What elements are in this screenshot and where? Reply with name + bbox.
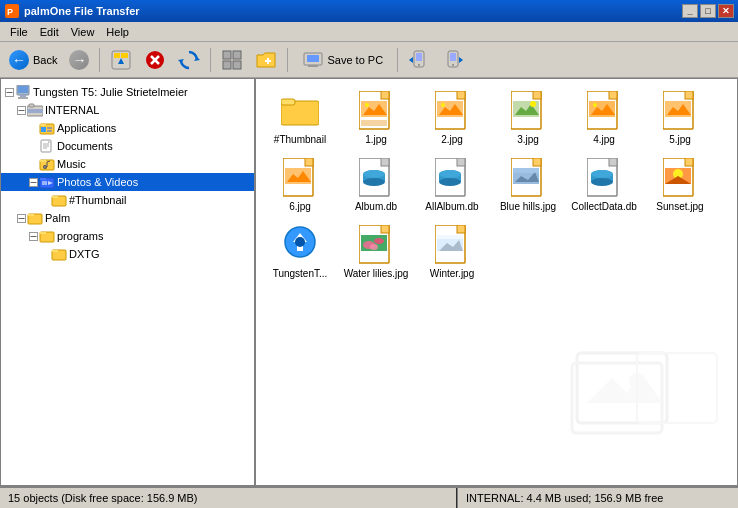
svg-point-93 bbox=[441, 103, 445, 107]
tree-applications[interactable]: Applications bbox=[1, 119, 254, 137]
jpg-icon-waterlilies bbox=[356, 225, 396, 265]
svg-rect-135 bbox=[513, 168, 539, 173]
tree-programs-label: programs bbox=[57, 230, 103, 242]
svg-rect-12 bbox=[223, 51, 231, 59]
file-6jpg[interactable]: 6.jpg bbox=[264, 154, 336, 217]
svg-rect-22 bbox=[416, 53, 422, 61]
device-button1[interactable] bbox=[403, 46, 435, 74]
upload-button[interactable] bbox=[105, 46, 137, 74]
svg-rect-15 bbox=[233, 61, 241, 69]
expand-root bbox=[3, 86, 15, 98]
expand-thumbnail bbox=[39, 194, 51, 206]
svg-point-77 bbox=[629, 373, 645, 389]
status-bar: 15 objects (Disk free space: 156.9 MB) I… bbox=[0, 486, 738, 508]
svg-point-128 bbox=[439, 178, 461, 186]
tree-documents[interactable]: Documents bbox=[1, 137, 254, 155]
file-waterlilies[interactable]: Water lilies.jpg bbox=[340, 221, 412, 284]
back-button[interactable]: ← Back bbox=[4, 46, 62, 74]
app-icon: P bbox=[4, 3, 20, 19]
window-controls[interactable]: _ □ ✕ bbox=[682, 4, 734, 18]
save-to-pc-button[interactable]: Save to PC bbox=[293, 46, 392, 74]
tree-palm[interactable]: Palm bbox=[1, 209, 254, 227]
tree-root[interactable]: Tungsten T5: Julie Strietelmeier bbox=[1, 83, 254, 101]
close-button[interactable]: ✕ bbox=[718, 4, 734, 18]
svg-point-129 bbox=[439, 170, 461, 178]
save-to-pc-icon bbox=[302, 49, 324, 71]
file-thumbnail[interactable]: #Thumbnail bbox=[264, 87, 336, 150]
jpg-icon-6 bbox=[280, 158, 320, 198]
device-button2[interactable] bbox=[437, 46, 469, 74]
tree-thumbnail[interactable]: #Thumbnail bbox=[1, 191, 254, 209]
tree-dxtg[interactable]: DXTG bbox=[1, 245, 254, 263]
new-folder-button[interactable] bbox=[250, 46, 282, 74]
title-bar: P palmOne File Transfer _ □ ✕ bbox=[0, 0, 738, 22]
status-left: 15 objects (Disk free space: 156.9 MB) bbox=[0, 488, 458, 508]
svg-marker-10 bbox=[194, 57, 200, 61]
status-objects: 15 objects (Disk free space: 156.9 MB) bbox=[8, 492, 198, 504]
cancel-icon bbox=[144, 49, 166, 71]
photos-videos-icon bbox=[39, 174, 55, 190]
documents-icon bbox=[39, 138, 55, 154]
expand-photos[interactable] bbox=[27, 176, 39, 188]
expand-music bbox=[27, 158, 39, 170]
menu-view[interactable]: View bbox=[65, 24, 101, 40]
tree-programs[interactable]: programs bbox=[1, 227, 254, 245]
upload-icon bbox=[110, 49, 132, 71]
menu-edit[interactable]: Edit bbox=[34, 24, 65, 40]
svg-point-23 bbox=[418, 64, 420, 66]
svg-rect-113 bbox=[305, 158, 313, 166]
jpg-icon-1 bbox=[356, 91, 396, 131]
file-sunsetjpg[interactable]: Sunset.jpg bbox=[644, 154, 716, 217]
file-3jpg[interactable]: 3.jpg bbox=[492, 87, 564, 150]
db-icon-2 bbox=[432, 158, 472, 198]
file-1jpg[interactable]: 1.jpg bbox=[340, 87, 412, 150]
view-button[interactable] bbox=[216, 46, 248, 74]
file-label: AllAlbum.db bbox=[425, 201, 478, 213]
file-tungstent[interactable]: TungstenT... bbox=[264, 221, 336, 284]
tree-documents-label: Documents bbox=[57, 140, 113, 152]
forward-icon: → bbox=[69, 50, 89, 70]
refresh-button[interactable] bbox=[173, 46, 205, 74]
expand-programs[interactable] bbox=[27, 230, 39, 242]
svg-rect-14 bbox=[223, 61, 231, 69]
file-albumdb[interactable]: Album.db bbox=[340, 154, 412, 217]
svg-point-99 bbox=[530, 101, 536, 107]
svg-rect-26 bbox=[450, 53, 456, 61]
cancel-button[interactable] bbox=[139, 46, 171, 74]
file-4jpg[interactable]: 4.jpg bbox=[568, 87, 640, 150]
file-collectdata[interactable]: CollectData.db bbox=[568, 154, 640, 217]
svg-rect-34 bbox=[18, 97, 28, 99]
toolbar: ← Back → bbox=[0, 42, 738, 78]
svg-point-121 bbox=[363, 178, 385, 186]
tree-music[interactable]: Music bbox=[1, 155, 254, 173]
special-icon bbox=[280, 225, 320, 265]
menu-file[interactable]: File bbox=[4, 24, 34, 40]
expand-internal[interactable] bbox=[15, 104, 27, 116]
file-5jpg[interactable]: 5.jpg bbox=[644, 87, 716, 150]
jpg-icon-bluehills bbox=[508, 158, 548, 198]
file-allalbumdb[interactable]: AllAlbum.db bbox=[416, 154, 488, 217]
menu-help[interactable]: Help bbox=[100, 24, 135, 40]
svg-rect-38 bbox=[27, 109, 43, 113]
forward-button[interactable]: → bbox=[64, 46, 94, 74]
tree-internal[interactable]: INTERNAL bbox=[1, 101, 254, 119]
jpg-icon-sunset bbox=[660, 158, 700, 198]
internal-icon bbox=[27, 102, 43, 118]
file-bluehills[interactable]: Blue hills.jpg bbox=[492, 154, 564, 217]
new-folder-icon bbox=[255, 49, 277, 71]
svg-point-53 bbox=[44, 166, 46, 168]
file-winterjpg[interactable]: Winter.jpg bbox=[416, 221, 488, 284]
svg-rect-67 bbox=[28, 214, 34, 216]
file-2jpg[interactable]: 2.jpg bbox=[416, 87, 488, 150]
svg-rect-60 bbox=[42, 181, 47, 185]
tree-photos-videos[interactable]: Photos & Videos bbox=[1, 173, 254, 191]
tree-music-label: Music bbox=[57, 158, 86, 170]
device-icon2 bbox=[442, 49, 464, 71]
svg-rect-3 bbox=[114, 53, 120, 58]
svg-rect-80 bbox=[281, 99, 295, 105]
svg-rect-164 bbox=[437, 235, 463, 239]
music-icon bbox=[39, 156, 55, 172]
expand-palm[interactable] bbox=[15, 212, 27, 224]
minimize-button[interactable]: _ bbox=[682, 4, 698, 18]
maximize-button[interactable]: □ bbox=[700, 4, 716, 18]
